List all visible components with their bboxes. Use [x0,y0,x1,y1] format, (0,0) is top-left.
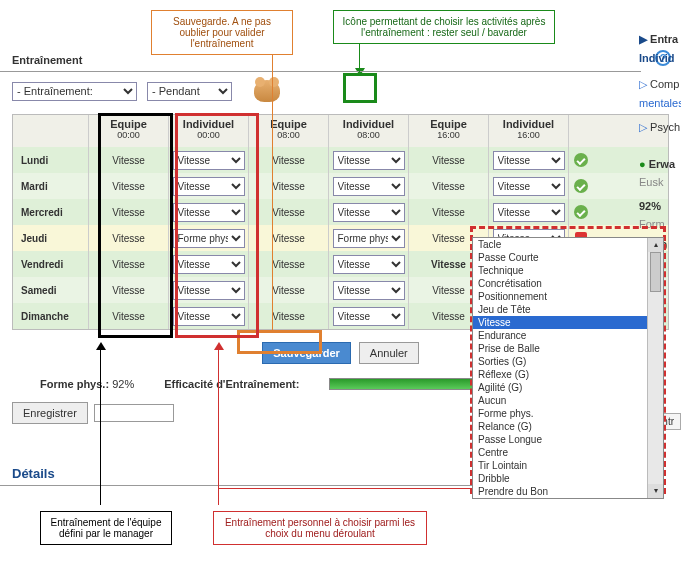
people-icon[interactable] [254,80,280,102]
training-select-cell[interactable]: Vitesse [333,203,405,222]
cell: Vitesse [489,173,569,199]
scroll-up[interactable]: ▴ [648,238,663,252]
scroll-down[interactable]: ▾ [648,484,663,498]
cell: Vitesse [249,199,329,225]
callout-team: Entraînement de l'équipe défini par le m… [40,511,172,545]
cell: Vitesse [329,173,409,199]
callout-save: Sauvegarde. A ne pas oublier pour valide… [151,10,293,55]
dropdown-item[interactable]: Aucun [473,394,647,407]
page-title: Entraînement ? [0,46,641,72]
page-title-text: Entraînement [12,54,82,66]
dropdown-item[interactable]: Réflexe (G) [473,368,647,381]
form-value: 92% [112,378,134,390]
cell: Vitesse [489,147,569,173]
day-cell: Mercredi [13,199,89,225]
cell: Vitesse [249,147,329,173]
form-label: Forme phys.: [40,378,109,390]
day-cell: Mardi [13,173,89,199]
box-indiv-col [175,113,259,338]
training-select-cell[interactable]: Vitesse [493,177,565,196]
dropdown-item[interactable]: Sorties (G) [473,355,647,368]
dropdown-item[interactable]: Technique [473,264,647,277]
dropdown-item[interactable]: Tir Lointain [473,459,647,472]
line-orange [272,42,273,332]
dropdown-item[interactable]: Concrétisation [473,277,647,290]
cell: Forme phys [329,225,409,251]
dropdown-item[interactable]: Relance (G) [473,420,647,433]
ok-icon [574,205,588,219]
training-select-cell[interactable]: Vitesse [333,307,405,326]
callout-personal: Entraînement personnel à choisir parmi l… [213,511,427,545]
box-people-icon [343,73,377,103]
training-select-cell[interactable]: Vitesse [333,281,405,300]
period-select[interactable]: - Pendant [147,82,232,101]
cell: Vitesse [329,251,409,277]
day-cell: Samedi [13,277,89,303]
day-cell: Lundi [13,147,89,173]
day-cell: Jeudi [13,225,89,251]
cancel-button[interactable]: Annuler [359,342,419,364]
efficiency-bar [329,378,489,390]
cell: Vitesse [249,173,329,199]
callout-icon: Icône permettant de choisir les activité… [333,10,555,44]
dropdown-item[interactable]: Tacle [473,238,647,251]
cell: Vitesse [329,147,409,173]
day-cell: Vendredi [13,251,89,277]
register-input[interactable] [94,404,174,422]
training-select-cell[interactable]: Vitesse [493,203,565,222]
cell: Vitesse [249,277,329,303]
dropdown-item[interactable]: Vitesse [473,316,647,329]
training-select[interactable]: - Entraînement: [12,82,137,101]
ok-icon [574,179,588,193]
training-select-cell[interactable]: Vitesse [333,177,405,196]
scroll-thumb[interactable] [650,252,661,292]
cell: Vitesse [489,199,569,225]
training-select-cell[interactable]: Vitesse [333,151,405,170]
line-red [218,345,219,505]
line-black [100,345,101,505]
cell: Vitesse [249,251,329,277]
cell: Vitesse [249,303,329,329]
dropdown-item[interactable]: Prendre du Bon [473,485,647,498]
cell: Vitesse [409,173,489,199]
right-sidebar: ▶ Entra Individ ▷ Comp mentales ▷ Psych … [639,30,681,255]
ok-icon [574,153,588,167]
dropdown-item[interactable]: Positionnement [473,290,647,303]
training-select-cell[interactable]: Forme phys [333,229,405,248]
training-select-cell[interactable]: Vitesse [493,151,565,170]
dropdown-item[interactable]: Forme phys. [473,407,647,420]
cell: Vitesse [329,303,409,329]
cell: Vitesse [409,147,489,173]
scrollbar[interactable]: ▴ ▾ [647,238,663,498]
dropdown-item[interactable]: Endurance [473,329,647,342]
register-button[interactable]: Enregistrer [12,402,88,424]
day-cell: Dimanche [13,303,89,329]
dropdown-item[interactable]: Prise de Balle [473,342,647,355]
eff-label: Efficacité d'Entraînement: [164,378,299,390]
line-red-h [218,488,478,489]
dropdown-item[interactable]: Passe Longue [473,433,647,446]
training-select-cell[interactable]: Vitesse [333,255,405,274]
box-team-col [98,113,173,338]
col-4: Equipe16:00 [409,115,489,147]
cell: Vitesse [329,199,409,225]
dropdown-item[interactable]: Jeu de Tête [473,303,647,316]
cell: Vitesse [329,277,409,303]
dropdown-item[interactable]: Passe Courte [473,251,647,264]
dropdown-item[interactable]: Dribble [473,472,647,485]
col-5: Individuel16:00 [489,115,569,147]
training-dropdown[interactable]: TaclePasse CourteTechniqueConcrétisation… [472,237,664,499]
dropdown-item[interactable]: Centre [473,446,647,459]
line-green [359,42,360,72]
col-3: Individuel08:00 [329,115,409,147]
cell: Vitesse [409,199,489,225]
arrow-red [214,342,224,350]
arrow-black [96,342,106,350]
cell: Vitesse [249,225,329,251]
dropdown-item[interactable]: Agilité (G) [473,381,647,394]
col-2: Equipe08:00 [249,115,329,147]
